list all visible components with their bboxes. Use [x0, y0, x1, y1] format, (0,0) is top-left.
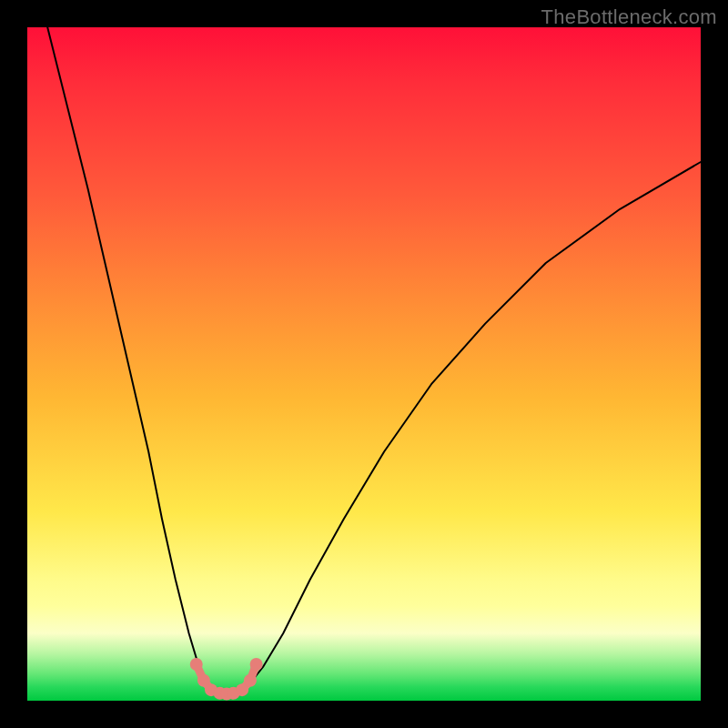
watermark-text: TheBottleneck.com: [541, 5, 717, 29]
marker-arc: [190, 658, 263, 701]
curve-right-branch: [239, 162, 701, 693]
chart-frame: TheBottleneck.com: [0, 0, 728, 728]
svg-point-8: [250, 658, 263, 671]
curve-layer: [27, 27, 701, 701]
curve-left-branch: [47, 27, 211, 693]
svg-point-7: [244, 674, 257, 687]
svg-point-0: [190, 658, 203, 671]
plot-area: [27, 27, 701, 701]
